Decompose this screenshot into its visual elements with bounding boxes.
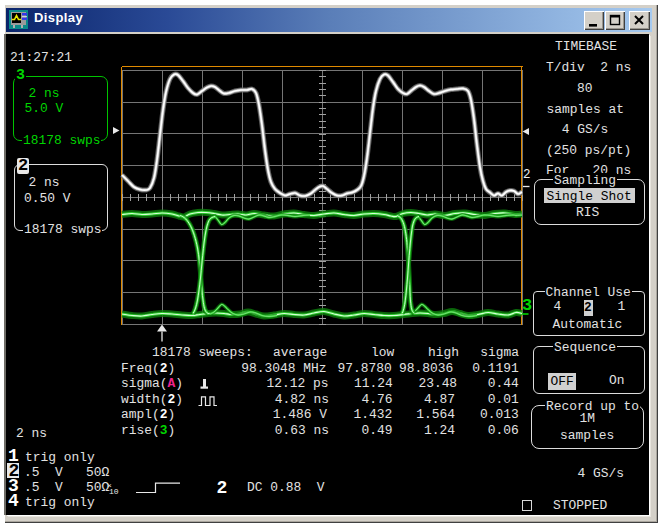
svg-text:3: 3	[522, 296, 532, 315]
svg-text:10: 10	[109, 487, 119, 496]
svg-text:2: 2	[523, 168, 531, 182]
